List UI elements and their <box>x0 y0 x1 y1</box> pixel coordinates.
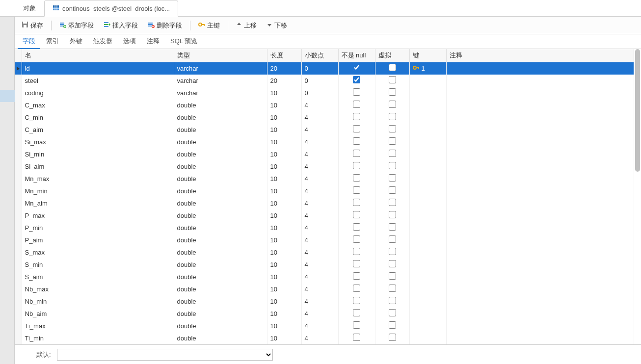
cell-comment[interactable] <box>446 111 634 124</box>
virtual-checkbox[interactable] <box>389 162 396 169</box>
cell-type[interactable]: double <box>174 234 267 246</box>
table-row[interactable]: idvarchar2001 <box>15 62 634 75</box>
cell-decimals[interactable]: 4 <box>301 99 338 111</box>
cell-type[interactable]: double <box>174 148 267 160</box>
table-row[interactable]: P_maxdouble104 <box>15 209 634 222</box>
cell-type[interactable]: double <box>174 222 267 234</box>
cell-type[interactable]: varchar <box>174 62 267 75</box>
notnull-checkbox[interactable] <box>353 248 360 255</box>
cell-key[interactable] <box>409 99 446 111</box>
table-row[interactable]: Mn_aimdouble104 <box>15 197 634 209</box>
virtual-checkbox[interactable] <box>389 235 396 243</box>
cell-key[interactable] <box>409 111 446 124</box>
cell-key[interactable] <box>409 234 446 246</box>
notnull-checkbox[interactable] <box>353 162 360 169</box>
cell-name[interactable]: Mn_aim <box>22 197 174 209</box>
table-row[interactable]: Ti_mindouble104 <box>15 332 634 344</box>
cell-decimals[interactable]: 4 <box>301 209 338 222</box>
table-row[interactable]: Si_maxdouble104 <box>15 136 634 148</box>
cell-decimals[interactable]: 4 <box>301 320 338 332</box>
notnull-checkbox[interactable] <box>353 125 360 132</box>
cell-comment[interactable] <box>446 209 634 222</box>
cell-decimals[interactable]: 0 <box>301 87 338 99</box>
cell-decimals[interactable]: 4 <box>301 160 338 173</box>
virtual-checkbox[interactable] <box>389 76 396 83</box>
cell-comment[interactable] <box>446 160 634 173</box>
cell-type[interactable]: double <box>174 246 267 259</box>
cell-length[interactable]: 10 <box>267 209 301 222</box>
cell-length[interactable]: 10 <box>267 87 301 99</box>
table-row[interactable]: codingvarchar100 <box>15 87 634 99</box>
cell-decimals[interactable]: 4 <box>301 185 338 197</box>
cell-key[interactable] <box>409 197 446 209</box>
notnull-checkbox[interactable] <box>353 64 360 71</box>
notnull-checkbox[interactable] <box>353 101 360 108</box>
virtual-checkbox[interactable] <box>389 297 396 304</box>
cell-name[interactable]: S_min <box>22 259 174 271</box>
cell-decimals[interactable]: 4 <box>301 148 338 160</box>
subtab-triggers[interactable]: 触发器 <box>88 34 117 49</box>
cell-length[interactable]: 10 <box>267 160 301 173</box>
cell-name[interactable]: P_aim <box>22 234 174 246</box>
cell-length[interactable]: 10 <box>267 246 301 259</box>
cell-key[interactable] <box>409 332 446 344</box>
virtual-checkbox[interactable] <box>389 285 396 292</box>
cell-length[interactable]: 10 <box>267 332 301 344</box>
col-notnull[interactable]: 不是 null <box>338 49 375 62</box>
cell-decimals[interactable]: 4 <box>301 259 338 271</box>
table-row[interactable]: Mn_maxdouble104 <box>15 173 634 185</box>
notnull-checkbox[interactable] <box>353 223 360 231</box>
cell-comment[interactable] <box>446 75 634 87</box>
notnull-checkbox[interactable] <box>353 272 360 280</box>
cell-length[interactable]: 10 <box>267 185 301 197</box>
virtual-checkbox[interactable] <box>389 174 396 182</box>
cell-type[interactable]: double <box>174 209 267 222</box>
table-row[interactable]: C_maxdouble104 <box>15 99 634 111</box>
cell-comment[interactable] <box>446 246 634 259</box>
cell-name[interactable]: steel <box>22 75 174 87</box>
cell-comment[interactable] <box>446 283 634 295</box>
col-virtual[interactable]: 虚拟 <box>375 49 409 62</box>
cell-key[interactable] <box>409 87 446 99</box>
table-row[interactable]: P_aimdouble104 <box>15 234 634 246</box>
table-row[interactable]: steelvarchar200 <box>15 75 634 87</box>
cell-comment[interactable] <box>446 173 634 185</box>
cell-type[interactable]: double <box>174 295 267 308</box>
virtual-checkbox[interactable] <box>389 64 396 71</box>
cell-name[interactable]: coding <box>22 87 174 99</box>
col-decimals[interactable]: 小数点 <box>301 49 338 62</box>
cell-length[interactable]: 10 <box>267 283 301 295</box>
cell-comment[interactable] <box>446 308 634 320</box>
cell-decimals[interactable]: 4 <box>301 197 338 209</box>
cell-comment[interactable] <box>446 271 634 283</box>
subtab-comment[interactable]: 注释 <box>142 34 164 49</box>
tab-table-continous-steels[interactable]: continous_steels @steel_drools (loc... <box>44 0 178 17</box>
cell-key[interactable] <box>409 295 446 308</box>
cell-type[interactable]: double <box>174 136 267 148</box>
default-select[interactable] <box>57 349 273 361</box>
cell-key[interactable] <box>409 173 446 185</box>
notnull-checkbox[interactable] <box>353 199 360 206</box>
virtual-checkbox[interactable] <box>389 150 396 157</box>
table-row[interactable]: C_mindouble104 <box>15 111 634 124</box>
notnull-checkbox[interactable] <box>353 174 360 182</box>
cell-name[interactable]: Ti_min <box>22 332 174 344</box>
cell-decimals[interactable]: 0 <box>301 62 338 75</box>
cell-key[interactable] <box>409 222 446 234</box>
virtual-checkbox[interactable] <box>389 223 396 231</box>
table-row[interactable]: Ti_maxdouble104 <box>15 320 634 332</box>
cell-comment[interactable] <box>446 234 634 246</box>
notnull-checkbox[interactable] <box>353 113 360 120</box>
cell-name[interactable]: Nb_min <box>22 295 174 308</box>
cell-length[interactable]: 20 <box>267 75 301 87</box>
cell-key[interactable] <box>409 246 446 259</box>
table-row[interactable]: S_maxdouble104 <box>15 246 634 259</box>
cell-comment[interactable] <box>446 332 634 344</box>
cell-key[interactable] <box>409 75 446 87</box>
virtual-checkbox[interactable] <box>389 101 396 108</box>
cell-decimals[interactable]: 4 <box>301 332 338 344</box>
cell-decimals[interactable]: 4 <box>301 222 338 234</box>
cell-comment[interactable] <box>446 222 634 234</box>
cell-comment[interactable] <box>446 87 634 99</box>
cell-name[interactable]: C_min <box>22 111 174 124</box>
